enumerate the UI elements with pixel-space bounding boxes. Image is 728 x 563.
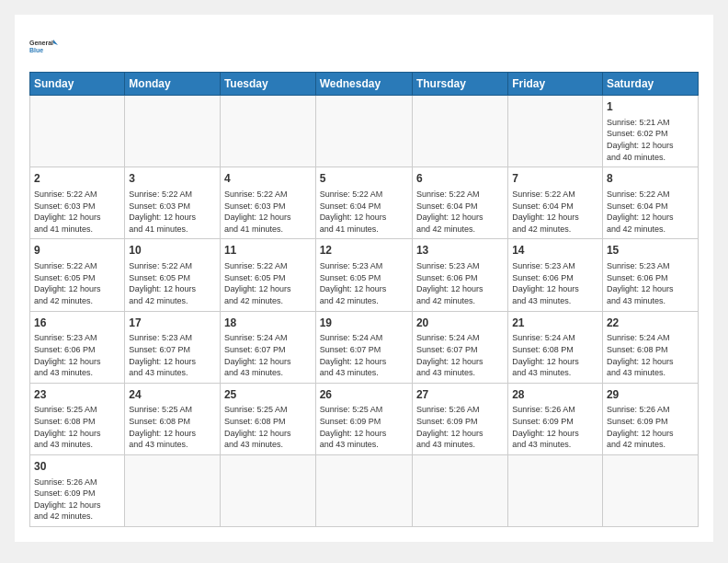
day-number: 3 [129, 171, 216, 187]
calendar-cell: 24Sunrise: 5:25 AMSunset: 6:08 PMDayligh… [125, 383, 221, 454]
day-info: Sunrise: 5:23 AMSunset: 6:06 PMDaylight:… [416, 260, 504, 306]
day-number: 12 [320, 243, 408, 259]
day-number: 23 [34, 387, 120, 403]
calendar-week-row: 1Sunrise: 5:21 AMSunset: 6:02 PMDaylight… [30, 96, 699, 167]
day-info: Sunrise: 5:26 AMSunset: 6:09 PMDaylight:… [34, 477, 120, 523]
day-number: 25 [224, 387, 312, 403]
calendar-cell [508, 96, 603, 167]
calendar-cell [125, 454, 221, 526]
calendar-cell: 6Sunrise: 5:22 AMSunset: 6:04 PMDaylight… [412, 167, 507, 239]
weekday-header-friday: Friday [508, 73, 603, 96]
day-info: Sunrise: 5:25 AMSunset: 6:08 PMDaylight:… [224, 404, 312, 450]
calendar-cell: 8Sunrise: 5:22 AMSunset: 6:04 PMDaylight… [602, 167, 698, 239]
day-info: Sunrise: 5:21 AMSunset: 6:02 PMDaylight:… [607, 117, 694, 163]
day-number: 14 [512, 243, 598, 259]
day-number: 24 [129, 387, 216, 403]
calendar-cell [30, 96, 125, 167]
day-info: Sunrise: 5:22 AMSunset: 6:03 PMDaylight:… [129, 189, 216, 235]
calendar-cell [125, 96, 221, 167]
calendar-cell: 19Sunrise: 5:24 AMSunset: 6:07 PMDayligh… [315, 311, 412, 383]
calendar-cell: 13Sunrise: 5:23 AMSunset: 6:06 PMDayligh… [412, 239, 507, 311]
logo: GeneralBlue [29, 29, 63, 63]
day-info: Sunrise: 5:25 AMSunset: 6:09 PMDaylight:… [320, 404, 408, 450]
day-info: Sunrise: 5:23 AMSunset: 6:06 PMDaylight:… [607, 260, 694, 306]
weekday-header-tuesday: Tuesday [220, 73, 315, 96]
weekday-header-monday: Monday [125, 73, 221, 96]
svg-text:General: General [29, 40, 53, 46]
day-number: 2 [34, 171, 120, 187]
calendar-cell [220, 96, 315, 167]
day-info: Sunrise: 5:24 AMSunset: 6:08 PMDaylight:… [607, 332, 694, 378]
calendar-cell: 22Sunrise: 5:24 AMSunset: 6:08 PMDayligh… [602, 311, 698, 383]
day-info: Sunrise: 5:22 AMSunset: 6:03 PMDaylight:… [224, 189, 312, 235]
calendar-cell: 14Sunrise: 5:23 AMSunset: 6:06 PMDayligh… [508, 239, 603, 311]
day-number: 1 [607, 99, 694, 115]
day-number: 22 [607, 316, 694, 331]
day-number: 7 [512, 171, 598, 187]
day-info: Sunrise: 5:22 AMSunset: 6:05 PMDaylight:… [34, 260, 120, 306]
weekday-header-saturday: Saturday [602, 73, 698, 96]
calendar-cell: 28Sunrise: 5:26 AMSunset: 6:09 PMDayligh… [508, 383, 603, 454]
calendar-cell: 20Sunrise: 5:24 AMSunset: 6:07 PMDayligh… [412, 311, 507, 383]
calendar-cell [220, 454, 315, 526]
calendar-cell [412, 96, 507, 167]
weekday-header-wednesday: Wednesday [315, 73, 412, 96]
day-info: Sunrise: 5:26 AMSunset: 6:09 PMDaylight:… [416, 404, 504, 450]
day-info: Sunrise: 5:23 AMSunset: 6:07 PMDaylight:… [129, 332, 216, 378]
day-info: Sunrise: 5:22 AMSunset: 6:04 PMDaylight:… [320, 189, 408, 235]
calendar-cell: 30Sunrise: 5:26 AMSunset: 6:09 PMDayligh… [30, 454, 125, 526]
day-number: 27 [416, 387, 504, 403]
day-number: 20 [416, 316, 504, 331]
day-number: 26 [320, 387, 408, 403]
weekday-header-row: SundayMondayTuesdayWednesdayThursdayFrid… [30, 73, 699, 96]
day-number: 17 [129, 316, 216, 331]
day-number: 10 [129, 243, 216, 259]
calendar-week-row: 2Sunrise: 5:22 AMSunset: 6:03 PMDaylight… [30, 167, 699, 239]
day-info: Sunrise: 5:22 AMSunset: 6:05 PMDaylight:… [224, 260, 312, 306]
day-info: Sunrise: 5:25 AMSunset: 6:08 PMDaylight:… [129, 404, 216, 450]
day-number: 28 [512, 387, 598, 403]
calendar-table: SundayMondayTuesdayWednesdayThursdayFrid… [29, 72, 699, 527]
svg-marker-2 [53, 40, 58, 48]
calendar-cell [412, 454, 507, 526]
day-number: 19 [320, 316, 408, 331]
calendar-cell: 12Sunrise: 5:23 AMSunset: 6:05 PMDayligh… [315, 239, 412, 311]
calendar-cell: 17Sunrise: 5:23 AMSunset: 6:07 PMDayligh… [125, 311, 221, 383]
calendar-cell: 2Sunrise: 5:22 AMSunset: 6:03 PMDaylight… [30, 167, 125, 239]
day-number: 16 [34, 316, 120, 331]
day-number: 11 [224, 243, 312, 259]
day-info: Sunrise: 5:22 AMSunset: 6:04 PMDaylight:… [416, 189, 504, 235]
weekday-header-sunday: Sunday [30, 73, 125, 96]
day-info: Sunrise: 5:24 AMSunset: 6:07 PMDaylight:… [224, 332, 312, 378]
day-info: Sunrise: 5:24 AMSunset: 6:07 PMDaylight:… [416, 332, 504, 378]
calendar-cell [315, 454, 412, 526]
svg-text:Blue: Blue [29, 47, 43, 53]
day-number: 21 [512, 316, 598, 331]
calendar-cell: 29Sunrise: 5:26 AMSunset: 6:09 PMDayligh… [602, 383, 698, 454]
calendar-cell: 9Sunrise: 5:22 AMSunset: 6:05 PMDaylight… [30, 239, 125, 311]
calendar-cell: 18Sunrise: 5:24 AMSunset: 6:07 PMDayligh… [220, 311, 315, 383]
calendar-cell: 21Sunrise: 5:24 AMSunset: 6:08 PMDayligh… [508, 311, 603, 383]
day-number: 6 [416, 171, 504, 187]
day-info: Sunrise: 5:24 AMSunset: 6:07 PMDaylight:… [320, 332, 408, 378]
day-number: 9 [34, 243, 120, 259]
day-info: Sunrise: 5:25 AMSunset: 6:08 PMDaylight:… [34, 404, 120, 450]
calendar-cell: 3Sunrise: 5:22 AMSunset: 6:03 PMDaylight… [125, 167, 221, 239]
calendar-week-row: 30Sunrise: 5:26 AMSunset: 6:09 PMDayligh… [30, 454, 699, 526]
day-number: 8 [607, 171, 694, 187]
day-info: Sunrise: 5:22 AMSunset: 6:03 PMDaylight:… [34, 189, 120, 235]
calendar-week-row: 9Sunrise: 5:22 AMSunset: 6:05 PMDaylight… [30, 239, 699, 311]
calendar-cell: 4Sunrise: 5:22 AMSunset: 6:03 PMDaylight… [220, 167, 315, 239]
calendar-cell: 11Sunrise: 5:22 AMSunset: 6:05 PMDayligh… [220, 239, 315, 311]
day-info: Sunrise: 5:23 AMSunset: 6:05 PMDaylight:… [320, 260, 408, 306]
day-info: Sunrise: 5:23 AMSunset: 6:06 PMDaylight:… [34, 332, 120, 378]
generalblue-logo-icon: GeneralBlue [29, 29, 63, 63]
calendar-cell: 10Sunrise: 5:22 AMSunset: 6:05 PMDayligh… [125, 239, 221, 311]
day-info: Sunrise: 5:22 AMSunset: 6:05 PMDaylight:… [129, 260, 216, 306]
calendar-cell: 15Sunrise: 5:23 AMSunset: 6:06 PMDayligh… [602, 239, 698, 311]
calendar-cell: 7Sunrise: 5:22 AMSunset: 6:04 PMDaylight… [508, 167, 603, 239]
day-info: Sunrise: 5:26 AMSunset: 6:09 PMDaylight:… [607, 404, 694, 450]
day-info: Sunrise: 5:26 AMSunset: 6:09 PMDaylight:… [512, 404, 598, 450]
calendar-cell: 16Sunrise: 5:23 AMSunset: 6:06 PMDayligh… [30, 311, 125, 383]
day-info: Sunrise: 5:24 AMSunset: 6:08 PMDaylight:… [512, 332, 598, 378]
